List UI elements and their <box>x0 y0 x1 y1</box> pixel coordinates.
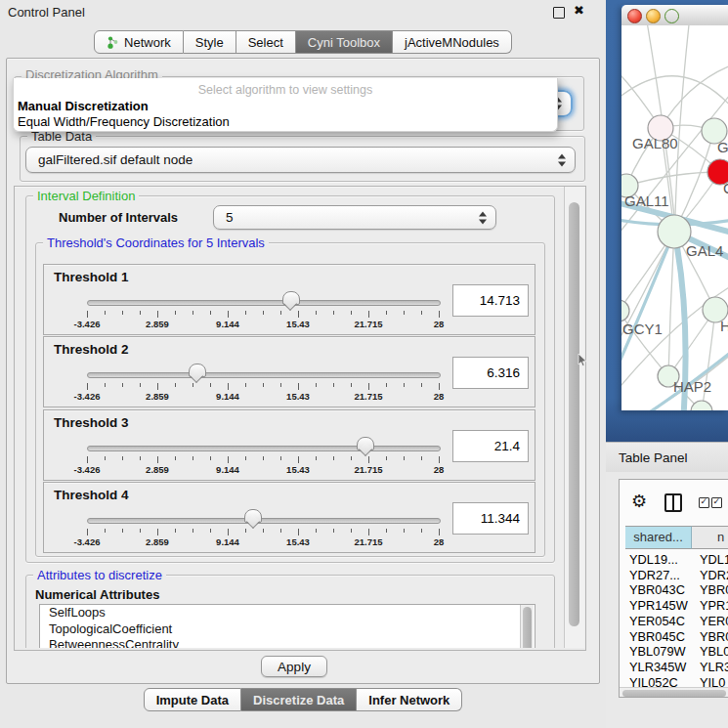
table-row-shared-name[interactable]: YBR045C <box>629 629 685 644</box>
gear-icon[interactable]: ⚙ <box>631 492 647 510</box>
algorithm-hint: Select algorithm to view settings <box>14 83 557 97</box>
bottom-tab-bar: Impute DataDiscretize DataInfer Network <box>0 688 606 711</box>
slider-thumb[interactable] <box>189 364 206 377</box>
table-data-combobox[interactable]: galFiltered.sif default node <box>25 147 576 173</box>
algorithm-option-manual[interactable]: Manual Discretization <box>18 99 149 113</box>
tab-jactivemnodules[interactable]: jActiveMNodules <box>393 30 512 54</box>
panel-title: Control Panel <box>8 5 85 20</box>
network-window: GAL80GACGAL11GAL4GCY1HHAP2 <box>621 5 728 410</box>
node-label: C <box>723 180 728 196</box>
attributes-group-title: Attributes to discretize <box>33 568 166 582</box>
tab-network[interactable]: Network <box>94 30 184 54</box>
split-column-icon[interactable] <box>664 493 682 512</box>
network-edge[interactable] <box>668 232 674 376</box>
node-label: GAL80 <box>632 135 678 151</box>
table-row-name[interactable]: YBL0 <box>700 644 728 659</box>
node-label: HAP2 <box>673 378 711 395</box>
tab-cyni-toolbox[interactable]: Cyni Toolbox <box>296 30 393 54</box>
attribute-item[interactable]: TopologicalCoefficient <box>40 621 535 638</box>
table-row-name[interactable]: YER0 <box>700 614 728 628</box>
slider-thumb[interactable] <box>282 291 300 305</box>
tab-label: jActiveMNodules <box>405 35 499 50</box>
table-row-shared-name[interactable]: YLR345W <box>629 660 686 674</box>
network-window-titlebar[interactable] <box>621 5 728 26</box>
attributes-list-scrollbar[interactable] <box>520 605 534 648</box>
slider-thumb[interactable] <box>357 437 374 450</box>
node-label: GCY1 <box>622 321 663 337</box>
settings-scrollbar[interactable] <box>564 187 584 648</box>
network-graph: GAL80GACGAL11GAL4GCY1HHAP2 <box>621 25 728 410</box>
column-header-shared-name[interactable]: shared... <box>625 526 692 549</box>
table-hscrollbar[interactable] <box>620 687 728 698</box>
mouse-cursor <box>578 354 589 367</box>
table-data-value: galFiltered.sif default node <box>26 152 193 167</box>
table-panel-titlebar: Table Panel <box>606 442 728 474</box>
zoom-traffic-icon[interactable] <box>664 9 679 23</box>
node-table: ⚙ shared... n YDL19...YDL1YDR27...YDR2YB… <box>619 479 728 698</box>
node-label: GAL11 <box>624 193 669 209</box>
slider-thumb[interactable] <box>244 509 262 523</box>
screen: Control Panel ✖ NetworkStyleSelectCyni T… <box>0 0 728 728</box>
table-row-shared-name[interactable]: YDR27... <box>629 568 680 582</box>
network-edge[interactable] <box>675 25 690 215</box>
checkbox-icon[interactable] <box>699 497 709 508</box>
combo-arrows-icon <box>558 153 566 166</box>
close-icon[interactable]: ✖ <box>574 5 584 17</box>
network-edge[interactable] <box>626 172 720 186</box>
table-row-name[interactable]: YPR1 <box>700 598 728 613</box>
close-traffic-icon[interactable] <box>627 9 642 23</box>
tab-impute-data[interactable]: Impute Data <box>144 688 241 711</box>
network-edge[interactable] <box>621 232 674 379</box>
tab-label: Style <box>195 35 224 50</box>
table-row-name[interactable]: YDL1 <box>700 552 728 567</box>
tab-label: Discretize Data <box>253 693 344 707</box>
table-row-name[interactable]: YBR0 <box>700 629 728 644</box>
node-label: GA <box>717 139 728 155</box>
tab-label: Cyni Toolbox <box>308 35 380 50</box>
node-bottom[interactable] <box>691 401 712 410</box>
node-label: H <box>720 318 728 334</box>
table-panel-body: ⚙ shared... n YDL19...YDL1YDR27...YDR2YB… <box>606 472 728 728</box>
tab-select[interactable]: Select <box>236 30 296 54</box>
table-row-shared-name[interactable]: YPR145W <box>629 598 688 613</box>
attribute-item[interactable]: SelfLoops <box>40 605 535 621</box>
table-row-shared-name[interactable]: YBR043C <box>629 582 685 597</box>
tab-label: Infer Network <box>368 693 450 707</box>
tab-label: Select <box>248 35 283 50</box>
algorithm-option-equal-width[interactable]: Equal Width/Frequency Discretization <box>18 114 230 129</box>
network-edge[interactable] <box>702 310 715 410</box>
algorithm-dropdown-popup: Select algorithm to view settings Manual… <box>13 78 558 132</box>
float-window-icon[interactable] <box>553 7 565 19</box>
tab-discretize-data[interactable]: Discretize Data <box>241 688 357 711</box>
table-row-shared-name[interactable]: YBL079W <box>629 644 686 659</box>
checkbox-icon[interactable] <box>711 497 722 508</box>
attributes-clip: Attributes to discretize Numerical Attri… <box>15 187 563 648</box>
table-row-shared-name[interactable]: YDL19... <box>629 552 678 567</box>
control-panel: Control Panel ✖ NetworkStyleSelectCyni T… <box>0 0 606 728</box>
node-label: GAL4 <box>686 242 723 259</box>
attributes-list[interactable]: SelfLoopsTopologicalCoefficientBetweenne… <box>39 604 535 648</box>
tab-style[interactable]: Style <box>184 30 236 54</box>
table-row-name[interactable]: YDR2 <box>700 568 728 582</box>
apply-button[interactable]: Apply <box>261 656 327 677</box>
tab-infer-network[interactable]: Infer Network <box>357 688 462 711</box>
tab-label: Network <box>124 35 171 50</box>
network-icon <box>107 35 119 50</box>
table-row-shared-name[interactable]: YER054C <box>629 614 685 628</box>
minimize-traffic-icon[interactable] <box>646 9 661 23</box>
table-row-name[interactable]: YBR0 <box>700 582 728 597</box>
top-tab-bar: NetworkStyleSelectCyni ToolboxjActiveMNo… <box>0 30 606 54</box>
attribute-item[interactable]: BetweennessCentrality <box>40 637 535 648</box>
table-row-name[interactable]: YLR3 <box>700 660 728 674</box>
tab-label: Impute Data <box>156 693 229 707</box>
node-gcy1[interactable] <box>621 300 629 321</box>
network-canvas[interactable]: GAL80GACGAL11GAL4GCY1HHAP2 <box>621 25 728 410</box>
column-header-name[interactable]: n <box>692 526 728 549</box>
table-panel-title: Table Panel <box>619 450 688 465</box>
numerical-attributes-label: Numerical Attributes <box>35 587 159 602</box>
